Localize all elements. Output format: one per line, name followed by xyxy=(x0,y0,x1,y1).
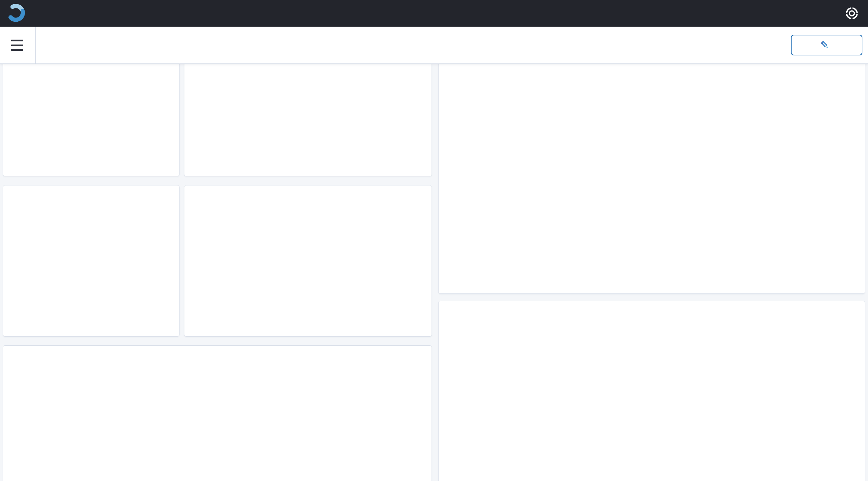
help-menu-button[interactable] xyxy=(843,5,860,22)
edit-button[interactable]: ✎ xyxy=(791,35,862,55)
pencil-icon: ✎ xyxy=(820,39,828,51)
delay-type-stacked-chart[interactable] xyxy=(439,301,865,481)
legend-dot-percent-delays xyxy=(466,270,474,278)
opensearch-logo-icon xyxy=(6,3,26,23)
nav-divider xyxy=(35,27,36,64)
panel-percent-delays xyxy=(438,35,865,294)
panel-total-cancellations xyxy=(3,185,179,337)
logo-text xyxy=(31,5,34,21)
percent-delays-area-chart[interactable] xyxy=(439,35,865,294)
panel-delay-type xyxy=(438,301,865,481)
dashboard-navbar: ✎ xyxy=(0,27,868,64)
nav-actions xyxy=(724,27,780,64)
panel-flight-cancellations xyxy=(184,185,432,337)
app-header xyxy=(0,0,868,27)
hamburger-menu-button[interactable] xyxy=(10,38,25,52)
life-ring-icon xyxy=(844,5,860,21)
opensearch-logo[interactable] xyxy=(6,3,34,23)
panel-delay-buckets xyxy=(3,345,432,481)
total-cancellations-gauge[interactable] xyxy=(3,185,179,337)
hamburger-icon xyxy=(11,40,23,41)
delay-buckets-bar-chart[interactable] xyxy=(3,346,432,481)
breadcrumb xyxy=(40,27,49,64)
flight-cancellations-bar-chart[interactable] xyxy=(184,185,432,337)
area-legend xyxy=(466,267,852,282)
